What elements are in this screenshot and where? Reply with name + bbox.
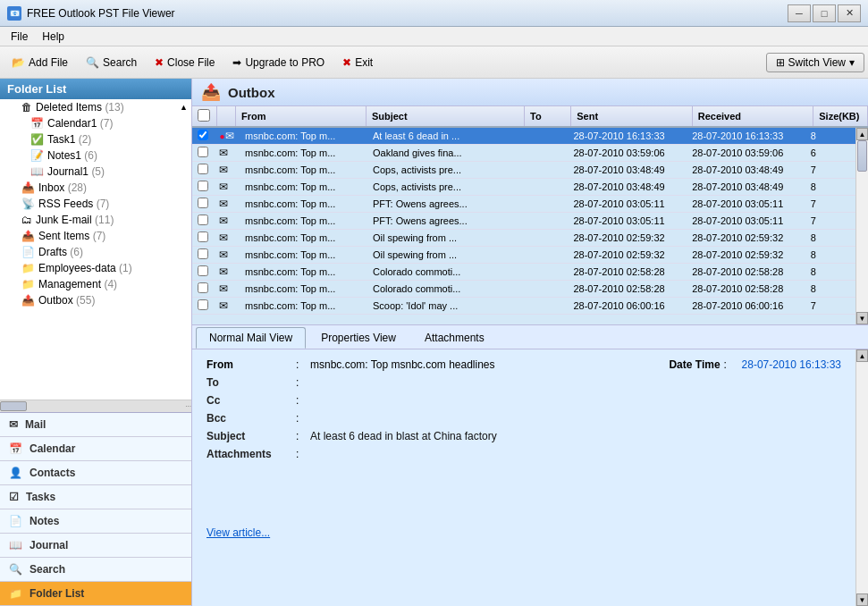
switch-view-button[interactable]: ⊞ Switch View ▾ — [766, 53, 864, 72]
add-file-button[interactable]: 📂 Add File — [4, 53, 76, 72]
col-sent[interactable]: Sent — [571, 106, 693, 127]
view-article-link[interactable]: View article... — [206, 526, 270, 539]
preview-scroll-down[interactable]: ▼ — [856, 593, 868, 606]
close-file-button[interactable]: ✖ Close File — [147, 53, 223, 72]
nav-search[interactable]: 🔍 Search — [0, 558, 191, 582]
folder-item-drafts[interactable]: 📄 Drafts (6) — [0, 244, 191, 260]
folder-calendar1-label: Calendar1 (7) — [47, 117, 188, 130]
email-received-0: 28-07-2010 16:13:33 — [687, 128, 805, 145]
email-size-10: 7 — [805, 298, 855, 315]
email-icon-5: ✉ — [219, 215, 228, 227]
row-checkbox-3[interactable] — [198, 181, 208, 191]
folder-item-rss[interactable]: 📡 RSS Feeds (7) — [0, 196, 191, 212]
email-sent-7: 28-07-2010 02:59:32 — [568, 247, 687, 264]
folder-item-deleted[interactable]: 🗑 Deleted Items (13) ▲ — [0, 99, 191, 115]
folder-item-junk[interactable]: 🗂 Junk E-mail (11) — [0, 212, 191, 228]
preview-vscrollbar[interactable]: ▲ ▼ — [855, 349, 868, 606]
table-row[interactable]: ✉ msnbc.com: Top m... Colorado commoti..… — [192, 264, 855, 281]
folder-tree: 🗑 Deleted Items (13) ▲ 📅 Calendar1 (7) ✅… — [0, 99, 191, 400]
email-sent-9: 28-07-2010 02:58:28 — [568, 281, 687, 298]
folder-outbox-label: Outbox (55) — [38, 294, 188, 307]
email-scroll-area[interactable]: ●✉ msnbc.com: Top m... At least 6 dead i… — [192, 128, 855, 324]
table-row[interactable]: ✉ msnbc.com: Top m... Colorado commoti..… — [192, 281, 855, 298]
folder-item-calendar1[interactable]: 📅 Calendar1 (7) — [0, 115, 191, 131]
email-subject-5: PFT: Owens agrees... — [367, 213, 522, 230]
folder-item-journal1[interactable]: 📖 Journal1 (5) — [0, 164, 191, 180]
folder-task1-label: Task1 (2) — [47, 133, 188, 146]
folder-item-notes1[interactable]: 📝 Notes1 (6) — [0, 147, 191, 164]
nav-contacts[interactable]: 👤 Contacts — [0, 461, 191, 485]
folder-item-sent[interactable]: 📤 Sent Items (7) — [0, 228, 191, 244]
email-to-2 — [522, 162, 568, 179]
col-from[interactable]: From — [235, 106, 366, 127]
folder-notes1-label: Notes1 (6) — [47, 149, 188, 162]
nav-notes[interactable]: 📄 Notes — [0, 509, 191, 534]
content-area: 📤 Outbox From Subject To Sent — [192, 79, 868, 606]
table-row[interactable]: ✉ msnbc.com: Top m... PFT: Owens agrees.… — [192, 213, 855, 230]
scroll-track[interactable] — [856, 140, 868, 312]
col-to[interactable]: To — [525, 106, 571, 127]
table-row[interactable]: ✉ msnbc.com: Top m... Scoop: 'Idol' may … — [192, 298, 855, 315]
preview-scroll-up[interactable]: ▲ — [856, 349, 868, 362]
col-subject[interactable]: Subject — [366, 106, 524, 127]
col-size[interactable]: Size(KB) — [813, 106, 868, 127]
nav-tasks[interactable]: ☑ Tasks — [0, 485, 191, 509]
row-checkbox-9[interactable] — [198, 282, 208, 293]
scroll-thumb[interactable] — [857, 140, 867, 172]
table-row[interactable]: ●✉ msnbc.com: Top m... At least 6 dead i… — [192, 128, 855, 145]
menu-file[interactable]: File — [4, 29, 35, 45]
email-vscrollbar[interactable]: ▲ ▼ — [855, 128, 868, 324]
upgrade-button[interactable]: ➡ Upgrade to PRO — [224, 53, 333, 72]
row-checkbox-7[interactable] — [198, 248, 208, 259]
folder-item-inbox[interactable]: 📥 Inbox (28) — [0, 180, 191, 196]
table-row[interactable]: ✉ msnbc.com: Top m... Cops, activists pr… — [192, 162, 855, 179]
row-checkbox-1[interactable] — [198, 147, 208, 157]
row-checkbox-4[interactable] — [198, 198, 208, 208]
folder-item-task1[interactable]: ✅ Task1 (2) — [0, 131, 191, 147]
from-label: From — [206, 358, 296, 371]
row-checkbox-6[interactable] — [198, 231, 208, 242]
select-all-checkbox[interactable] — [198, 109, 210, 122]
folder-drafts-label: Drafts (6) — [38, 246, 188, 258]
table-row[interactable]: ✉ msnbc.com: Top m... Oil spewing from .… — [192, 247, 855, 264]
tab-normal-mail[interactable]: Normal Mail View — [196, 327, 306, 349]
main-layout: Folder List 🗑 Deleted Items (13) ▲ 📅 Cal… — [0, 79, 868, 606]
nav-folder-list[interactable]: 📁 Folder List — [0, 582, 191, 606]
scroll-down-btn[interactable]: ▼ — [856, 312, 868, 324]
folder-item-management[interactable]: 📁 Management (4) — [0, 276, 191, 292]
row-checkbox-0[interactable] — [198, 130, 208, 140]
row-checkbox-8[interactable] — [198, 265, 208, 276]
col-received[interactable]: Received — [692, 106, 813, 127]
email-table-body-container: ●✉ msnbc.com: Top m... At least 6 dead i… — [192, 128, 868, 324]
table-row[interactable]: ✉ msnbc.com: Top m... PFT: Owens agrees.… — [192, 196, 855, 213]
from-colon: : — [296, 358, 310, 371]
minimize-button[interactable]: ─ — [788, 4, 811, 22]
switch-view-label: Switch View — [788, 56, 846, 69]
row-checkbox-5[interactable] — [198, 215, 208, 225]
tab-properties[interactable]: Properties View — [308, 327, 409, 349]
tab-attachments[interactable]: Attachments — [411, 327, 498, 349]
nav-calendar[interactable]: 📅 Calendar — [0, 437, 191, 461]
contacts-icon: 👤 — [9, 467, 22, 479]
nav-mail[interactable]: ✉ Mail — [0, 413, 191, 437]
preview-scroll-track[interactable] — [856, 362, 868, 593]
menu-help[interactable]: Help — [35, 29, 72, 45]
mail-label: Mail — [25, 418, 46, 431]
table-row[interactable]: ✉ msnbc.com: Top m... Cops, activists pr… — [192, 179, 855, 196]
maximize-button[interactable]: □ — [813, 4, 836, 22]
nav-journal[interactable]: 📖 Journal — [0, 534, 191, 558]
table-row[interactable]: ✉ msnbc.com: Top m... Oil spewing from .… — [192, 230, 855, 247]
row-checkbox-2[interactable] — [198, 164, 208, 174]
folder-item-employees[interactable]: 📁 Employees-data (1) — [0, 260, 191, 276]
exit-button[interactable]: ✖ Exit — [334, 53, 381, 72]
row-checkbox-10[interactable] — [198, 299, 208, 310]
search-button[interactable]: 🔍 Search — [78, 53, 145, 72]
toolbar: 📂 Add File 🔍 Search ✖ Close File ➡ Upgra… — [0, 46, 868, 79]
close-button[interactable]: ✕ — [838, 4, 861, 22]
close-file-icon: ✖ — [155, 56, 164, 69]
window-controls: ─ □ ✕ — [788, 4, 861, 22]
scroll-up-btn[interactable]: ▲ — [856, 128, 868, 140]
folder-item-outbox[interactable]: 📤 Outbox (55) — [0, 292, 191, 308]
tree-hscrollbar[interactable]: ··· — [0, 400, 191, 412]
table-row[interactable]: ✉ msnbc.com: Top m... Oakland gives fina… — [192, 145, 855, 162]
